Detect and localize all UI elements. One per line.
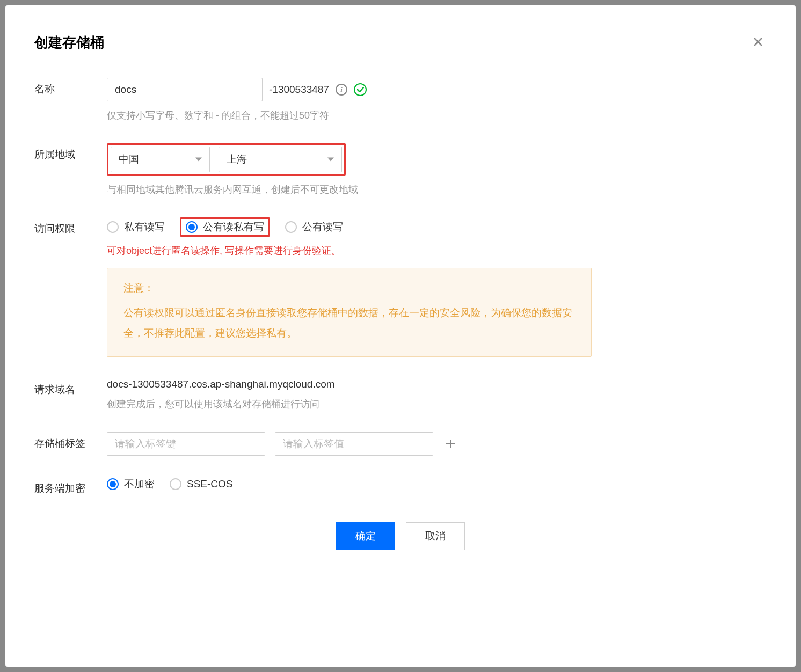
name-hint: 仅支持小写字母、数字和 - 的组合，不能超过50字符 (107, 109, 767, 122)
access-row: 访问权限 私有读写 公有读私有写 公有读写 可对object进行 (34, 217, 767, 357)
radio-icon (107, 478, 119, 490)
close-icon[interactable] (749, 33, 767, 50)
access-red-text: 可对object进行匿名读操作, 写操作需要进行身份验证。 (107, 244, 767, 257)
region-row: 所属地域 中国 上海 与相同地域其他腾讯云服务内网互通，创建后不可更改地域 (34, 143, 767, 196)
tag-key-input[interactable] (107, 432, 265, 456)
access-private-radio[interactable]: 私有读写 (107, 220, 165, 234)
tag-value-input[interactable] (275, 432, 433, 456)
radio-icon (285, 221, 297, 233)
ok-button[interactable]: 确定 (336, 522, 395, 550)
cancel-button[interactable]: 取消 (406, 522, 465, 550)
warning-text: 公有读权限可以通过匿名身份直接读取您存储桶中的数据，存在一定的安全风险，为确保您… (123, 303, 575, 344)
radio-label: 私有读写 (124, 220, 165, 234)
radio-label: SSE-COS (187, 478, 233, 490)
encryption-none-radio[interactable]: 不加密 (107, 477, 155, 491)
encryption-row: 服务端加密 不加密 SSE-COS (34, 477, 767, 495)
encryption-sse-radio[interactable]: SSE-COS (170, 478, 233, 490)
tags-row: 存储桶标签 (34, 432, 767, 456)
country-select[interactable]: 中国 (111, 147, 210, 172)
encryption-label: 服务端加密 (34, 477, 107, 495)
check-icon (354, 83, 367, 96)
name-suffix: -1300533487 (269, 84, 329, 96)
name-input[interactable] (107, 78, 263, 101)
region-highlight: 中国 上海 (107, 143, 346, 176)
domain-label: 请求域名 (34, 378, 107, 397)
warning-box: 注意： 公有读权限可以通过匿名身份直接读取您存储桶中的数据，存在一定的安全风险，… (107, 268, 592, 357)
name-row: 名称 -1300533487 i 仅支持小写字母、数字和 - 的组合，不能超过5… (34, 78, 767, 122)
radio-label: 不加密 (124, 477, 155, 491)
domain-hint: 创建完成后，您可以使用该域名对存储桶进行访问 (107, 398, 767, 411)
tags-label: 存储桶标签 (34, 432, 107, 450)
name-label: 名称 (34, 78, 107, 96)
plus-icon[interactable] (443, 436, 458, 451)
access-label: 访问权限 (34, 217, 107, 236)
warning-title: 注意： (123, 281, 575, 295)
create-bucket-dialog: 创建存储桶 名称 -1300533487 i 仅支持小写字母、数字和 - 的组合… (5, 5, 796, 667)
radio-label: 公有读私有写 (203, 220, 264, 234)
city-select[interactable]: 上海 (219, 147, 342, 172)
access-public-read-radio[interactable]: 公有读私有写 (186, 220, 264, 234)
button-row: 确定 取消 (34, 522, 767, 550)
access-highlight: 公有读私有写 (180, 217, 270, 237)
region-hint: 与相同地域其他腾讯云服务内网互通，创建后不可更改地域 (107, 183, 767, 196)
region-label: 所属地域 (34, 143, 107, 162)
dialog-title: 创建存储桶 (34, 33, 767, 52)
domain-row: 请求域名 docs-1300533487.cos.ap-shanghai.myq… (34, 378, 767, 411)
info-icon[interactable]: i (336, 84, 347, 96)
radio-icon (186, 221, 198, 233)
domain-value: docs-1300533487.cos.ap-shanghai.myqcloud… (107, 378, 767, 390)
radio-icon (170, 478, 181, 490)
radio-label: 公有读写 (302, 220, 343, 234)
access-public-rw-radio[interactable]: 公有读写 (285, 220, 343, 234)
radio-icon (107, 221, 119, 233)
